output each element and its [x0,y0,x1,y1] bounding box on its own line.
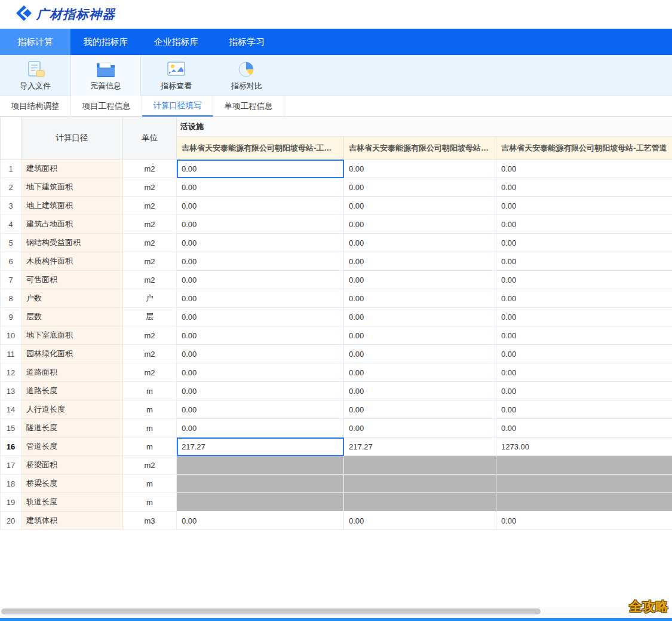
value-cell[interactable]: 0.00 [177,308,344,326]
nav-tab-2[interactable]: 我的指标库 [70,29,141,55]
value-cell[interactable]: 0.00 [344,512,496,530]
caliber-label: 管道长度 [22,438,123,456]
value-cell[interactable]: 0.00 [177,419,344,438]
value-cell[interactable]: 0.00 [177,400,344,419]
subtab-1[interactable]: 项目结构调整 [0,96,71,117]
value-cell[interactable]: 0.00 [177,197,344,215]
unit-value: m2 [123,178,177,197]
value-cell[interactable]: 0.00 [344,197,496,215]
toolbar-item-indicator-view[interactable]: 指标查看 [141,55,211,96]
value-cell[interactable]: 0.00 [177,363,344,382]
value-cell[interactable]: 217.27 [177,438,344,456]
unit-value: 户 [123,289,177,308]
value-cell[interactable]: 0.00 [496,308,672,326]
value-cell[interactable]: 0.00 [496,234,672,252]
nav-tab-4[interactable]: 指标学习 [211,29,282,55]
table-row: 3地上建筑面积m20.000.000.00 [1,197,672,215]
value-cell[interactable]: 0.00 [496,215,672,234]
value-cell[interactable]: 0.00 [344,382,496,400]
subtab-3[interactable]: 计算口径填写 [142,96,213,117]
project-column-header-2: 吉林省天安泰能源有限公司朝阳坡母站-工艺... [344,137,496,160]
value-cell[interactable]: 0.00 [496,160,672,178]
table-row: 2地下建筑面积m20.000.000.00 [1,178,672,197]
toolbar-item-label: 完善信息 [90,81,121,91]
unit-value: m [123,419,177,438]
value-cell[interactable]: 0.00 [344,234,496,252]
row-number: 19 [1,493,22,512]
toolbar-item-complete-info[interactable]: 完善信息 [70,55,141,96]
table-row: 20建筑体积m30.000.000.00 [1,512,672,530]
toolbar-item-label: 指标查看 [161,81,192,91]
logo-bar: 广材指标神器 [0,0,672,29]
scrollbar-thumb[interactable] [1,608,541,614]
value-cell [177,456,344,475]
nav-tab-3[interactable]: 企业指标库 [141,29,211,55]
value-cell[interactable]: 1273.00 [496,438,672,456]
value-cell[interactable]: 0.00 [344,308,496,326]
value-cell[interactable]: 0.00 [344,326,496,345]
table-row: 14人行道长度m0.000.000.00 [1,400,672,419]
nav-tab-1[interactable]: 指标计算 [0,29,70,55]
value-cell[interactable]: 0.00 [344,252,496,271]
value-cell[interactable]: 0.00 [344,345,496,363]
table-row: 10地下室底面积m20.000.000.00 [1,326,672,345]
subtab-2[interactable]: 项目工程信息 [71,96,142,117]
value-cell[interactable]: 0.00 [344,178,496,197]
value-cell[interactable]: 0.00 [496,289,672,308]
unit-column-header: 单位 [123,117,177,160]
value-cell [344,456,496,475]
table-row: 19轨道长度m [1,493,672,512]
value-cell[interactable]: 0.00 [496,512,672,530]
value-cell[interactable]: 0.00 [496,326,672,345]
value-cell[interactable]: 0.00 [496,345,672,363]
value-cell[interactable]: 217.27 [344,438,496,456]
value-cell[interactable]: 0.00 [344,363,496,382]
caliber-label: 园林绿化面积 [22,345,123,363]
row-number: 15 [1,419,22,438]
caliber-label: 地下建筑面积 [22,178,123,197]
value-cell[interactable]: 0.00 [177,234,344,252]
value-cell[interactable]: 0.00 [344,289,496,308]
table-row: 7可售面积m20.000.000.00 [1,271,672,289]
value-cell[interactable]: 0.00 [177,345,344,363]
value-cell[interactable]: 0.00 [344,271,496,289]
toolbar-item-import-file[interactable]: 导入文件 [0,55,70,96]
value-cell[interactable]: 0.00 [344,419,496,438]
row-number: 5 [1,234,22,252]
app-logo-icon [16,5,32,24]
value-cell[interactable]: 0.00 [344,215,496,234]
value-cell[interactable]: 0.00 [496,419,672,438]
value-cell[interactable]: 0.00 [496,252,672,271]
value-cell[interactable]: 0.00 [496,197,672,215]
value-cell[interactable]: 0.00 [496,178,672,197]
table-area: 计算口径单位活设施吉林省天安泰能源有限公司朝阳坡母站-工艺管沟吉林省天安泰能源有… [0,117,672,530]
unit-value: m2 [123,271,177,289]
value-cell[interactable]: 0.00 [496,382,672,400]
value-cell[interactable]: 0.00 [496,271,672,289]
value-cell[interactable]: 0.00 [177,160,344,178]
horizontal-scrollbar[interactable] [0,607,672,616]
value-cell[interactable]: 0.00 [496,363,672,382]
value-cell[interactable]: 0.00 [177,215,344,234]
value-cell[interactable]: 0.00 [177,326,344,345]
value-cell[interactable]: 0.00 [177,512,344,530]
value-cell[interactable]: 0.00 [177,252,344,271]
value-cell[interactable]: 0.00 [177,271,344,289]
value-cell[interactable]: 0.00 [344,160,496,178]
value-cell[interactable]: 0.00 [177,178,344,197]
unit-value: m [123,400,177,419]
row-number: 4 [1,215,22,234]
value-cell[interactable]: 0.00 [177,382,344,400]
table-row: 8户数户0.000.000.00 [1,289,672,308]
value-cell[interactable]: 0.00 [496,400,672,419]
subtab-4[interactable]: 单项工程信息 [213,96,284,117]
project-column-header-1: 吉林省天安泰能源有限公司朝阳坡母站-工艺管沟 [177,137,344,160]
table-row: 18桥梁长度m [1,475,672,493]
row-number: 11 [1,345,22,363]
caliber-label: 道路面积 [22,363,123,382]
value-cell[interactable]: 0.00 [344,400,496,419]
unit-value: m2 [123,456,177,475]
unit-value: m2 [123,160,177,178]
toolbar-item-indicator-compare[interactable]: 指标对比 [211,55,282,96]
value-cell[interactable]: 0.00 [177,289,344,308]
